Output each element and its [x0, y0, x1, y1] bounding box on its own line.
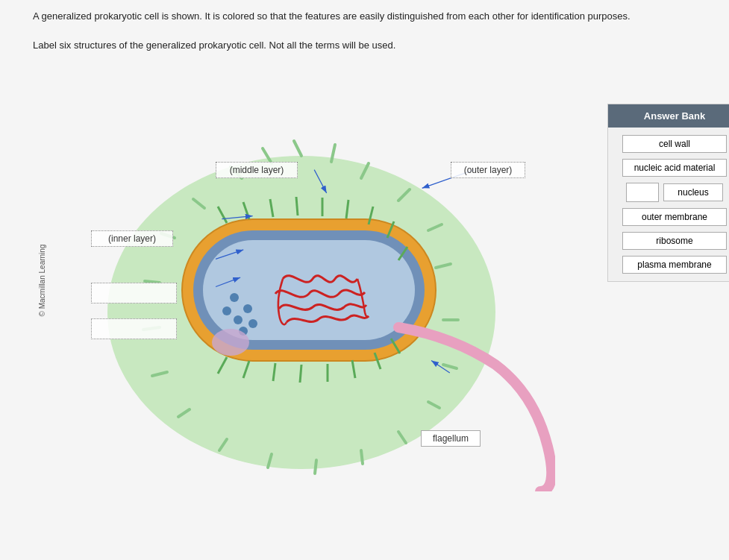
answer-bank-header: Answer Bank	[608, 104, 729, 128]
svg-point-27	[230, 293, 239, 302]
answer-cell-wall[interactable]: cell wall	[622, 135, 727, 153]
instruction-line1: A generalized prokaryotic cell is shown.…	[33, 9, 667, 24]
answer-plasma-membrane[interactable]: plasma membrane	[622, 256, 727, 274]
answer-nucleus-blank[interactable]	[626, 183, 659, 202]
answer-bank: Answer Bank cell wall nucleic acid mater…	[607, 104, 729, 282]
answer-nucleus-row: nucleus	[626, 183, 723, 202]
svg-rect-26	[203, 240, 415, 340]
svg-line-17	[315, 460, 316, 474]
svg-line-46	[300, 365, 301, 383]
answer-nucleic-acid[interactable]: nucleic acid material	[622, 159, 727, 177]
answer-outer-membrane[interactable]: outer membrane	[622, 208, 727, 226]
svg-line-37	[296, 197, 298, 215]
outer-layer-label: (outer layer)	[451, 162, 525, 178]
svg-line-1	[294, 141, 301, 156]
svg-point-29	[234, 315, 243, 324]
svg-point-31	[222, 306, 231, 315]
svg-point-33	[212, 329, 249, 356]
diagram-area: (outer layer) (middle layer) (inner laye…	[33, 59, 729, 521]
flagellum-label: flagellum	[421, 430, 481, 447]
svg-point-30	[248, 319, 257, 328]
svg-line-18	[361, 450, 363, 464]
answer-ribosome[interactable]: ribosome	[622, 232, 727, 250]
svg-point-28	[243, 304, 252, 313]
answer-bank-body: cell wall nucleic acid material nucleus …	[608, 128, 729, 281]
instructions-block: A generalized prokaryotic cell is shown.…	[33, 9, 667, 53]
empty-label-2[interactable]	[91, 318, 177, 339]
empty-label-1[interactable]	[91, 283, 177, 303]
inner-layer-label: (inner layer)	[91, 230, 173, 247]
middle-layer-label: (middle layer)	[216, 162, 298, 178]
answer-nucleus[interactable]: nucleus	[663, 183, 723, 201]
instruction-line2: Label six structures of the generalized …	[33, 38, 667, 53]
